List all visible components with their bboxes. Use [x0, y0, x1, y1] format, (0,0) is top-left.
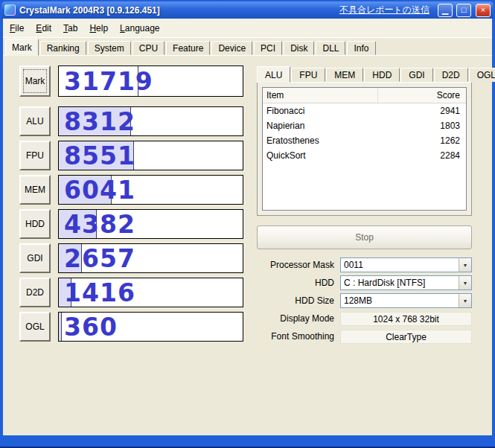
detail-tabstrip: ALU FPU MEM HDD GDI D2D OGL — [257, 65, 472, 82]
field-label-display-mode: Display Mode — [257, 313, 340, 324]
detail-tab-hdd[interactable]: HDD — [364, 68, 400, 82]
main-tabstrip: Mark Ranking System CPU Feature Device P… — [3, 38, 492, 56]
score-row: ALU 8312 — [19, 106, 243, 136]
cell-score: 1803 — [378, 118, 466, 133]
tab-device[interactable]: Device — [211, 41, 252, 55]
tab-system[interactable]: System — [88, 41, 131, 55]
cell-score: 2941 — [378, 103, 466, 118]
hdd-select[interactable]: C : HardDisk [NTFS] ▼ — [340, 275, 472, 290]
cell-item: Eratosthenes — [263, 133, 378, 148]
score-row: MEM 6041 — [19, 175, 243, 205]
field-label-hdd-size: HDD Size — [257, 295, 340, 306]
cell-score: 1262 — [378, 133, 466, 148]
tab-pci[interactable]: PCI — [254, 41, 282, 55]
detail-tab-mem[interactable]: MEM — [326, 68, 363, 82]
detail-tab-gdi[interactable]: GDI — [400, 68, 432, 82]
dropdown-arrow-icon[interactable]: ▼ — [459, 258, 471, 272]
table-row[interactable]: Eratosthenes 1262 — [263, 133, 466, 148]
tab-mark[interactable]: Mark — [5, 39, 39, 56]
display-mode-value: 1024 x 768 32bit — [340, 312, 472, 326]
score-box-mark: 31719 — [58, 65, 243, 97]
tab-info[interactable]: Info — [347, 41, 375, 55]
menubar: File Edit Tab Help Language — [3, 19, 492, 38]
menu-item-file[interactable]: File — [4, 21, 29, 36]
form-row: Processor Mask 0011 ▼ — [257, 257, 472, 272]
sidebar-button-hdd[interactable]: HDD — [19, 209, 51, 239]
tab-cpu[interactable]: CPU — [132, 41, 165, 55]
form-row: HDD C : HardDisk [NTFS] ▼ — [257, 275, 472, 290]
cell-item: QuickSort — [263, 148, 378, 163]
menu-item-help[interactable]: Help — [84, 21, 113, 36]
form-row: HDD Size 128MB ▼ — [257, 293, 472, 308]
column-header-item[interactable]: Item — [263, 88, 378, 103]
menu-item-tab[interactable]: Tab — [58, 21, 83, 36]
settings-form: Processor Mask 0011 ▼ HDD C : HardDisk [… — [257, 257, 472, 347]
sidebar-button-mem[interactable]: MEM — [19, 175, 51, 205]
detail-tab-fpu[interactable]: FPU — [291, 68, 325, 82]
column-header-score[interactable]: Score — [378, 88, 466, 103]
combo-value: 128MB — [341, 294, 459, 307]
score-value-alu: 8312 — [64, 109, 135, 134]
tab-feature[interactable]: Feature — [166, 41, 210, 55]
score-box-alu: 8312 — [58, 106, 243, 136]
score-box-gdi: 2657 — [58, 243, 243, 273]
score-value-fpu: 8551 — [64, 144, 135, 168]
cell-item: Napierian — [263, 118, 378, 133]
font-smoothing-value: ClearType — [340, 330, 472, 344]
maximize-button[interactable]: □ — [456, 4, 471, 17]
score-box-fpu: 8551 — [58, 141, 243, 170]
score-row: HDD 4382 — [19, 209, 243, 239]
sidebar-button-gdi[interactable]: GDI — [19, 243, 51, 273]
dropdown-arrow-icon[interactable]: ▼ — [459, 276, 471, 289]
sidebar-button-d2d[interactable]: D2D — [19, 278, 51, 307]
hdd-size-select[interactable]: 128MB ▼ — [340, 293, 472, 308]
mark-page: Mark 31719 ALU 8312 FPU — [3, 56, 492, 435]
detail-tab-alu[interactable]: ALU — [257, 66, 290, 83]
score-row: GDI 2657 — [19, 243, 243, 273]
field-label-processor-mask: Processor Mask — [257, 260, 340, 270]
menu-item-edit[interactable]: Edit — [31, 21, 57, 36]
field-label-hdd: HDD — [257, 278, 340, 288]
table-header: Item Score — [263, 88, 466, 103]
field-label-font-smoothing: Font Smoothing — [257, 331, 340, 342]
minimize-button[interactable]: ▁ — [438, 4, 453, 17]
detail-tab-ogl[interactable]: OGL — [469, 68, 495, 82]
score-box-hdd: 4382 — [58, 209, 243, 239]
table-row[interactable]: Fibonacci 2941 — [263, 103, 466, 118]
score-value-d2d: 1416 — [64, 281, 135, 305]
detail-tab-d2d[interactable]: D2D — [434, 68, 468, 82]
app-window: CrystalMark 2004R3 [0.9.126.451] 不具合レポート… — [0, 0, 495, 448]
stop-button[interactable]: Stop — [257, 225, 472, 249]
sidebar-button-fpu[interactable]: FPU — [19, 141, 51, 170]
dropdown-arrow-icon[interactable]: ▼ — [459, 294, 471, 307]
table-row[interactable]: QuickSort 2284 — [263, 148, 466, 163]
menu-item-language[interactable]: Language — [115, 21, 165, 36]
form-row: Font Smoothing ClearType — [257, 329, 472, 344]
close-button[interactable]: × — [476, 4, 491, 17]
score-value-hdd: 4382 — [64, 212, 135, 237]
client-area: File Edit Tab Help Language Mark Ranking… — [3, 19, 492, 435]
score-bar — [59, 313, 62, 341]
sidebar-button-alu[interactable]: ALU — [19, 106, 51, 136]
sidebar-button-mark[interactable]: Mark — [19, 65, 51, 97]
sidebar-button-ogl[interactable]: OGL — [19, 312, 51, 342]
bug-report-link[interactable]: 不具合レポートの送信 — [339, 4, 429, 16]
detail-tab-page: Item Score Fibonacci 2941 Napierian 1803 — [257, 82, 472, 216]
score-box-d2d: 1416 — [58, 278, 243, 307]
detail-panel: ALU FPU MEM HDD GDI D2D OGL Item Score — [257, 65, 472, 216]
processor-mask-select[interactable]: 0011 ▼ — [340, 257, 472, 272]
score-row: Mark 31719 — [19, 65, 243, 97]
titlebar: CrystalMark 2004R3 [0.9.126.451] 不具合レポート… — [1, 1, 494, 19]
combo-value: 0011 — [341, 258, 459, 272]
tab-disk[interactable]: Disk — [284, 41, 314, 55]
window-title: CrystalMark 2004R3 [0.9.126.451] — [19, 5, 336, 16]
tab-ranking[interactable]: Ranking — [40, 41, 86, 55]
cell-score: 2284 — [378, 148, 466, 163]
score-value-gdi: 2657 — [64, 246, 135, 271]
score-column: Mark 31719 ALU 8312 FPU — [19, 65, 243, 346]
combo-value: C : HardDisk [NTFS] — [341, 276, 459, 289]
score-value-ogl: 360 — [64, 315, 118, 339]
score-value-mem: 6041 — [64, 178, 135, 202]
table-row[interactable]: Napierian 1803 — [263, 118, 466, 133]
tab-dll[interactable]: DLL — [316, 41, 345, 55]
